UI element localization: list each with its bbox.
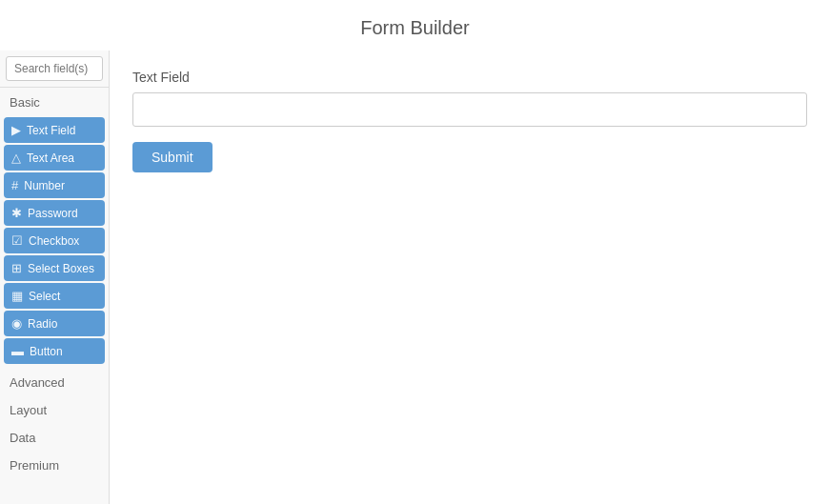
submit-button[interactable]: Submit (132, 142, 213, 172)
sidebar-item-checkbox[interactable]: ☑ Checkbox (4, 228, 105, 253)
sidebar-item-button[interactable]: ▬ Button (4, 338, 105, 364)
page-title: Form Builder (0, 0, 830, 50)
sidebar-item-number[interactable]: # Number (4, 172, 105, 198)
sidebar: Basic ▶ Text Field △ Text Area # Number … (0, 50, 110, 504)
sidebar-section-basic[interactable]: Basic (0, 88, 109, 115)
search-input[interactable] (6, 56, 103, 81)
sidebar-section-premium[interactable]: Premium (0, 451, 109, 478)
form-area: Text Field Submit (110, 50, 830, 504)
sidebar-item-select-boxes[interactable]: ⊞ Select Boxes (4, 255, 105, 281)
sidebar-section-layout[interactable]: Layout (0, 395, 109, 423)
field-label: Text Field (132, 70, 807, 85)
sidebar-section-data[interactable]: Data (0, 423, 109, 451)
sidebar-item-text-area[interactable]: △ Text Area (4, 145, 105, 171)
text-area-icon: △ (11, 151, 21, 165)
select-boxes-icon: ⊞ (11, 261, 22, 275)
button-icon: ▬ (11, 344, 24, 358)
password-icon: ✱ (11, 206, 22, 220)
text-field-input[interactable] (132, 92, 807, 127)
sidebar-item-radio[interactable]: ◉ Radio (4, 311, 105, 336)
select-icon: ▦ (11, 289, 23, 303)
sidebar-item-select[interactable]: ▦ Select (4, 283, 105, 309)
checkbox-icon: ☑ (11, 233, 23, 248)
sidebar-item-text-field[interactable]: ▶ Text Field (4, 117, 105, 143)
sidebar-section-advanced[interactable]: Advanced (0, 368, 109, 395)
search-box[interactable] (0, 50, 109, 88)
sidebar-item-password[interactable]: ✱ Password (4, 200, 105, 226)
radio-icon: ◉ (11, 316, 22, 331)
basic-items: ▶ Text Field △ Text Area # Number ✱ Pass… (0, 115, 109, 368)
text-field-icon: ▶ (11, 123, 21, 137)
number-icon: # (11, 178, 18, 192)
